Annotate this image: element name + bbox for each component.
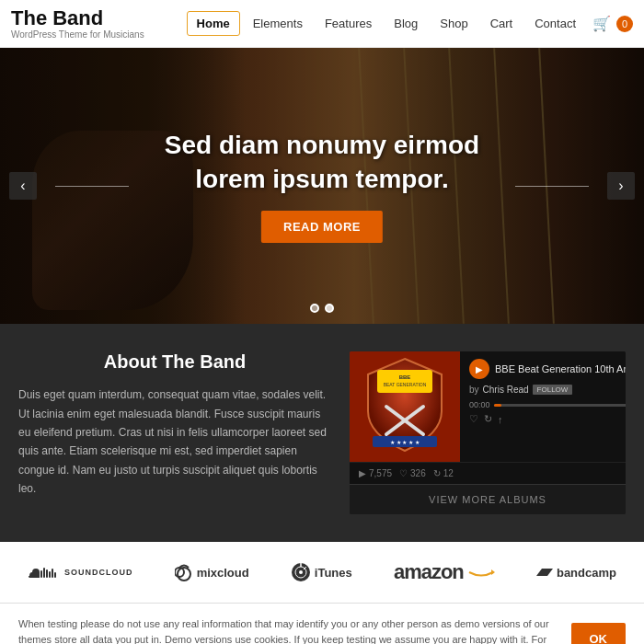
progress-fill xyxy=(494,404,502,407)
hero-content: Sed diam nonumy eirmodlorem ipsum tempor… xyxy=(165,129,479,243)
header-icons: 🛒 0 xyxy=(592,15,633,32)
amazon-logo: amazon xyxy=(394,560,495,584)
read-more-button[interactable]: READ MORE xyxy=(261,211,383,243)
nav-cart[interactable]: Cart xyxy=(481,12,523,35)
nav-home[interactable]: Home xyxy=(187,11,240,36)
svg-point-18 xyxy=(299,570,303,574)
about-text: About The Band Duis eget quam interdum, … xyxy=(18,351,331,514)
itunes-icon xyxy=(291,562,311,582)
about-title: About The Band xyxy=(18,351,331,373)
logos-section: SoundCloud mixcloud iTunes amazon xyxy=(0,542,644,603)
plays-stat: ▶ 7,575 xyxy=(359,468,392,478)
slider-dots xyxy=(310,304,334,313)
site-brand: The Band WordPress Theme for Musicians xyxy=(11,7,187,40)
artist-label: by xyxy=(469,385,479,395)
about-body: Duis eget quam interdum, consequat quam … xyxy=(18,385,331,498)
player-header: BBE BEAT GENERATION ★ ★ ★ ★ ★ ▶ BBE Beat… xyxy=(350,351,626,462)
svg-rect-13 xyxy=(54,572,56,578)
amazon-text: amazon xyxy=(394,560,464,584)
slider-prev-button[interactable]: ‹ xyxy=(9,172,37,200)
itunes-text: iTunes xyxy=(315,566,352,580)
mixcloud-text: mixcloud xyxy=(197,566,249,580)
heart-icon[interactable]: ♡ xyxy=(469,413,478,425)
site-title: The Band xyxy=(11,7,187,29)
svg-text:BBE: BBE xyxy=(399,374,411,380)
heart-stat-icon: ♡ xyxy=(399,468,408,478)
nav-contact[interactable]: Contact xyxy=(525,12,585,35)
slider-dot-1[interactable] xyxy=(310,304,319,313)
svg-rect-9 xyxy=(43,568,45,578)
player-artist: by Chris Read FOLLOW xyxy=(469,385,626,395)
itunes-logo: iTunes xyxy=(291,562,352,582)
cart-icon[interactable]: 🛒 xyxy=(592,15,611,32)
hero-slider: Sed diam nonumy eirmodlorem ipsum tempor… xyxy=(0,48,644,324)
plays-count: 7,575 xyxy=(369,468,392,478)
nav-shop[interactable]: Shop xyxy=(431,12,477,35)
header: The Band WordPress Theme for Musicians H… xyxy=(0,0,644,48)
svg-marker-22 xyxy=(536,569,553,576)
bandcamp-logo: bandcamp xyxy=(536,564,616,581)
main-nav: Home Elements Features Blog Shop Cart Co… xyxy=(187,11,585,36)
cookie-ok-button[interactable]: OK xyxy=(571,623,627,644)
bandcamp-text: bandcamp xyxy=(557,566,616,580)
nav-blog[interactable]: Blog xyxy=(385,12,427,35)
nav-elements[interactable]: Elements xyxy=(244,12,312,35)
soundcloud-icon xyxy=(28,561,61,583)
reposts-count: 12 xyxy=(443,468,454,478)
track-name: BBE Beat Generation 10th Annive... xyxy=(495,363,626,374)
player-play-button[interactable]: ▶ xyxy=(469,359,489,379)
view-more-albums[interactable]: VIEW MORE ALBUMS xyxy=(350,484,626,514)
cookie-text: When testing please do not use any real … xyxy=(18,616,557,644)
repost-icon[interactable]: ↻ xyxy=(484,413,492,425)
cart-badge[interactable]: 0 xyxy=(616,16,633,32)
slider-dot-2[interactable] xyxy=(325,304,334,313)
svg-rect-12 xyxy=(52,569,53,578)
play-icon: ▶ xyxy=(359,468,366,478)
svg-rect-11 xyxy=(49,571,51,578)
amazon-arrow-icon xyxy=(467,568,495,577)
svg-text:BEAT GENERATION: BEAT GENERATION xyxy=(384,382,427,387)
mixcloud-logo: mixcloud xyxy=(175,563,249,581)
likes-count: 326 xyxy=(410,468,426,478)
player-actions: ♡ ↻ ↑ xyxy=(469,413,626,425)
cookie-bar: When testing please do not use any real … xyxy=(0,603,644,644)
hero-title: Sed diam nonumy eirmodlorem ipsum tempor… xyxy=(165,129,479,196)
share-icon[interactable]: ↑ xyxy=(498,414,503,425)
player-stats: ▶ 7,575 ♡ 326 ↻ 12 xyxy=(350,462,626,484)
hero-line-right xyxy=(515,186,589,187)
reposts-stat: ↻ 12 xyxy=(433,468,454,478)
mixcloud-icon xyxy=(175,563,193,581)
site-tagline: WordPress Theme for Musicians xyxy=(11,29,187,40)
svg-rect-8 xyxy=(40,570,42,578)
slider-next-button[interactable]: › xyxy=(607,172,635,200)
svg-text:★ ★ ★ ★ ★: ★ ★ ★ ★ ★ xyxy=(390,440,420,445)
repost-stat-icon: ↻ xyxy=(433,468,441,478)
svg-marker-21 xyxy=(491,569,495,575)
soundcloud-logo: SoundCloud xyxy=(28,561,133,583)
artist-name: Chris Read xyxy=(483,385,529,395)
follow-button[interactable]: FOLLOW xyxy=(533,385,573,395)
nav-features[interactable]: Features xyxy=(316,12,381,35)
music-player: BBE BEAT GENERATION ★ ★ ★ ★ ★ ▶ BBE Beat… xyxy=(350,351,626,514)
soundcloud-label: SoundCloud xyxy=(64,568,133,577)
player-progress: 00:00 -1:03:27 xyxy=(469,400,626,409)
about-section: About The Band Duis eget quam interdum, … xyxy=(0,324,644,542)
time-start: 00:00 xyxy=(469,400,490,409)
album-art: BBE BEAT GENERATION ★ ★ ★ ★ ★ xyxy=(350,351,460,462)
player-top: ▶ BBE Beat Generation 10th Annive... ⛅ M… xyxy=(469,359,626,379)
svg-rect-10 xyxy=(46,569,48,578)
bandcamp-icon xyxy=(536,564,553,581)
progress-bar[interactable] xyxy=(494,404,626,407)
player-info: ▶ BBE Beat Generation 10th Annive... ⛅ M… xyxy=(460,351,626,462)
hero-line-left xyxy=(55,186,129,187)
likes-stat: ♡ 326 xyxy=(399,468,426,478)
cookie-message: When testing please do not use any real … xyxy=(18,618,549,644)
